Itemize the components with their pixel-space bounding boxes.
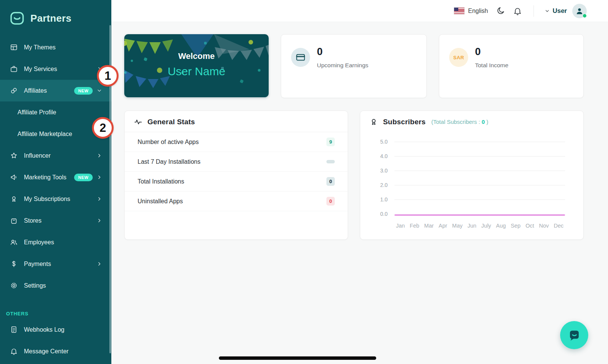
sidebar-item-my-themes[interactable]: My Themes xyxy=(0,36,111,58)
sidebar-item-label: Stores xyxy=(24,217,97,224)
sidebar-item-label: Affiliate Profile xyxy=(17,109,102,116)
x-tick: Sep xyxy=(511,223,521,229)
sidebar-item-affiliates[interactable]: Affiliates NEW xyxy=(0,80,111,101)
sidebar-item-label: My Subscriptions xyxy=(24,196,97,203)
store-bag-icon xyxy=(10,217,18,225)
gridline xyxy=(394,185,565,185)
y-tick: 1.0 xyxy=(375,196,388,203)
top-header: English User xyxy=(111,0,608,22)
welcome-title: Welcome xyxy=(178,51,215,61)
sidebar-item-influencer[interactable]: Influencer xyxy=(0,145,111,166)
x-tick: Jun xyxy=(467,223,476,229)
sidebar-nav: My Themes My Services Affiliates NEW Aff… xyxy=(0,36,111,362)
chevron-right-icon xyxy=(97,196,102,202)
sidebar-section-others: OTHERS xyxy=(6,311,111,317)
gridline-row: 3.0 xyxy=(375,167,565,174)
general-stats-title: General Stats xyxy=(147,118,195,126)
notifications-bell-icon[interactable] xyxy=(513,6,522,16)
sidebar-item-label: Affiliates xyxy=(24,87,74,94)
income-label: Total Income xyxy=(475,62,508,69)
medal-icon xyxy=(369,117,378,126)
subscribers-series-line xyxy=(394,214,565,216)
themes-icon xyxy=(10,43,18,51)
dollar-icon xyxy=(10,260,18,268)
sidebar-item-employees[interactable]: Employees xyxy=(0,231,111,253)
sidebar-item-my-services[interactable]: My Services xyxy=(0,58,111,80)
megaphone-icon xyxy=(10,173,18,181)
earnings-value: 0 xyxy=(317,47,368,57)
sidebar-item-settings[interactable]: Settings xyxy=(0,275,111,296)
sidebar-item-payments[interactable]: Payments xyxy=(0,253,111,275)
stat-row-label: Total Installations xyxy=(138,178,184,185)
chevron-right-icon xyxy=(97,218,102,223)
gear-icon xyxy=(10,282,18,290)
chevron-right-icon xyxy=(97,261,102,267)
stat-row-value-badge: 0 xyxy=(326,177,335,186)
sidebar-item-label: Marketing Tools xyxy=(24,174,74,181)
x-tick: Jan xyxy=(396,223,405,229)
x-axis-labels: Jan Feb Mar Apr May Jun July Aug Sep Oct… xyxy=(394,223,565,229)
gridline xyxy=(394,199,565,200)
total-income-card: SAR 0 Total Income xyxy=(439,34,584,98)
sidebar-item-label: Message Center xyxy=(24,348,102,355)
gridline-row: 1.0 xyxy=(375,196,565,203)
briefcase-icon xyxy=(10,65,18,73)
total-subscribers-text: (Total Subscribers : 0 ) xyxy=(431,119,488,125)
sidebar-item-my-subscriptions[interactable]: My Subscriptions xyxy=(0,188,111,210)
bell-icon xyxy=(10,347,18,355)
sidebar-item-label: Webhooks Log xyxy=(24,326,102,333)
stat-row-empty-badge xyxy=(326,160,335,163)
sidebar-item-message-center[interactable]: Message Center xyxy=(0,340,111,362)
subscribers-header: Subscribers (Total Subscribers : 0 ) xyxy=(360,111,583,132)
general-stats-panel: General Stats Number of active Apps 9 La… xyxy=(124,111,348,240)
salla-bag-icon xyxy=(9,10,25,26)
x-tick: Nov xyxy=(539,223,549,229)
home-indicator-bar[interactable] xyxy=(219,356,376,360)
new-badge: NEW xyxy=(74,174,93,181)
brand-logo[interactable]: Partners xyxy=(0,0,111,36)
dark-mode-moon-icon[interactable] xyxy=(496,6,505,16)
chat-support-button[interactable] xyxy=(560,321,588,349)
sidebar-item-label: Affiliate Marketplace xyxy=(17,131,102,138)
x-tick: July xyxy=(481,223,491,229)
chevron-right-icon xyxy=(97,174,102,180)
stat-row-active-apps: Number of active Apps 9 xyxy=(125,132,348,152)
stat-row-uninstalled-apps: Uninstalled Apps 0 xyxy=(125,191,348,211)
chevron-down-icon xyxy=(97,88,102,93)
total-subscribers-suffix: ) xyxy=(486,119,488,125)
gridline-row: 5.0 xyxy=(375,138,565,145)
y-tick: 2.0 xyxy=(375,182,388,188)
credit-card-icon xyxy=(296,52,306,62)
language-selector[interactable]: English xyxy=(454,8,496,14)
welcome-user-name: User Name xyxy=(168,65,225,78)
document-icon xyxy=(10,326,18,334)
upcoming-earnings-card: 0 Upcoming Earnings xyxy=(281,34,427,98)
avatar[interactable] xyxy=(572,4,587,18)
earnings-icon-circle xyxy=(291,48,310,67)
chevron-down-icon xyxy=(545,8,550,14)
y-tick: 3.0 xyxy=(375,168,388,174)
sidebar-item-affiliate-profile[interactable]: Affiliate Profile xyxy=(0,101,111,123)
sidebar-item-label: Influencer xyxy=(24,152,97,159)
income-icon-circle: SAR xyxy=(449,48,468,67)
y-tick: 0.0 xyxy=(375,211,388,217)
stat-row-value-badge: 0 xyxy=(326,197,335,206)
sidebar-item-webhooks-log[interactable]: Webhooks Log xyxy=(0,319,111,340)
sidebar: Partners My Themes My Services Affiliate… xyxy=(0,0,111,364)
total-subscribers-prefix: (Total Subscribers : xyxy=(431,119,480,125)
gridline xyxy=(394,156,565,157)
y-tick: 4.0 xyxy=(375,153,388,159)
sidebar-item-marketing-tools[interactable]: Marketing Tools NEW xyxy=(0,166,111,188)
top-cards-row: Welcome User Name 0 Upcoming Earnings SA… xyxy=(124,34,584,98)
y-tick: 5.0 xyxy=(375,139,388,145)
earnings-label: Upcoming Earnings xyxy=(317,62,368,69)
subscribers-chart: 5.0 4.0 3.0 2.0 1.0 0.0 Jan Feb Mar Apr … xyxy=(375,138,565,233)
main-content: Welcome User Name 0 Upcoming Earnings SA… xyxy=(111,22,608,364)
sidebar-item-stores[interactable]: Stores xyxy=(0,210,111,231)
user-menu[interactable]: User xyxy=(545,7,567,15)
stat-row-label: Last 7 Day Installations xyxy=(138,158,200,165)
language-label: English xyxy=(468,8,488,14)
welcome-card: Welcome User Name xyxy=(124,34,269,97)
x-tick: Aug xyxy=(496,223,506,229)
x-tick: Dec xyxy=(554,223,564,229)
